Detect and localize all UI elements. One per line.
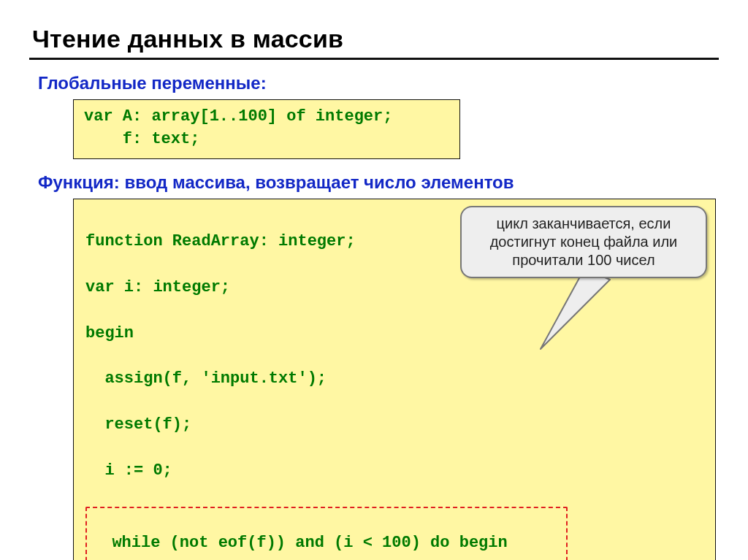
title-rule	[29, 58, 719, 60]
code-line: assign(f, 'input.txt');	[85, 367, 703, 391]
page-title: Чтение данных в массив	[32, 25, 719, 53]
code-box-globals: var A: array[1..100] of integer; f: text…	[73, 99, 460, 159]
slide: Чтение данных в массив Глобальные переме…	[0, 0, 748, 560]
highlight-dashed-box: while (not eof(f)) and (i < 100) do begi…	[85, 507, 568, 560]
code-line: reset(f);	[85, 413, 703, 437]
code-line: i := 0;	[85, 459, 703, 483]
callout-bubble: цикл заканчивается, если достигнут конец…	[460, 206, 707, 278]
subheading-globals: Глобальные переменные:	[38, 73, 719, 93]
svg-marker-0	[541, 269, 610, 349]
main-code-wrap: function ReadArray: integer; var i: inte…	[73, 199, 716, 560]
code-line: while (not eof(f)) and (i < 100) do begi…	[93, 532, 560, 555]
subheading-function: Функция: ввод массива, возвращает число …	[38, 172, 719, 193]
